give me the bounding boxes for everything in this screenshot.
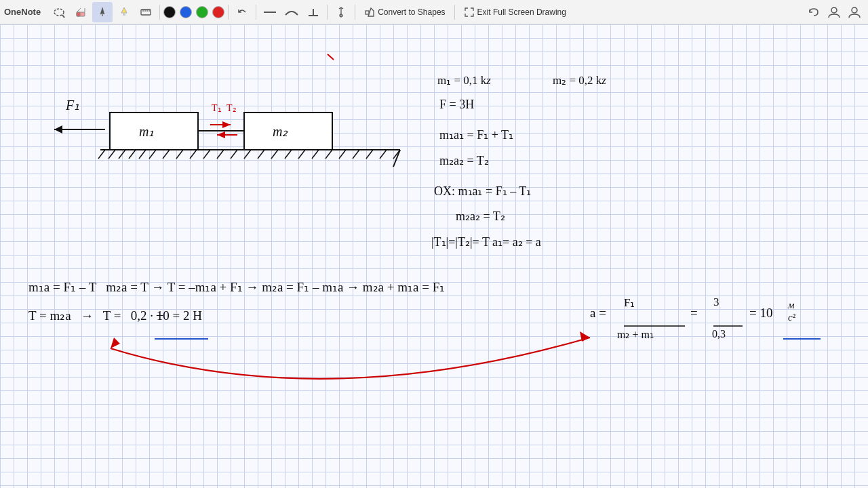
m2-box-label: m₂ [273,123,288,140]
eq-f-val: F = 3H [439,98,474,112]
svg-point-21 [831,7,837,13]
svg-line-48 [380,150,387,159]
svg-rect-51 [110,113,198,150]
user-icon-1[interactable] [825,3,844,22]
perpendicular-tool-button[interactable] [303,2,323,22]
svg-rect-52 [244,113,332,150]
svg-line-35 [203,150,210,159]
svg-line-4 [77,8,81,12]
svg-line-36 [217,150,224,159]
pen-button[interactable] [92,2,113,22]
eq-t1-t2: |T₁|=|T₂|= T a₁= a₂ = a [431,235,541,249]
svg-line-49 [393,150,400,159]
svg-line-50 [393,150,400,167]
highlighter-button[interactable] [114,2,134,22]
svg-line-43 [312,150,319,159]
svg-line-44 [326,150,332,159]
svg-marker-61 [111,338,120,348]
eq-frac-num: F₁ [624,296,635,310]
svg-rect-7 [102,14,103,16]
eq-m2-val: m₂ = 0,2 kz [553,73,606,87]
svg-point-22 [852,7,857,13]
eq-03-den: 0,3 [712,328,726,340]
separator-4 [327,5,328,20]
line-tool-button[interactable] [260,2,280,22]
svg-line-37 [231,150,237,159]
svg-line-32 [163,150,170,159]
svg-line-29 [129,150,136,159]
svg-marker-55 [222,121,231,128]
color-green[interactable] [196,6,208,18]
eq-ms2-den: с² [788,312,795,323]
svg-point-18 [340,14,342,17]
eq-m2a2: m₂a₂ = T₂ [439,153,489,168]
svg-rect-19 [366,11,369,14]
separator-2 [228,5,229,20]
convert-to-shapes-button[interactable]: Convert to Shapes [359,5,450,20]
drawing-canvas[interactable]: F₁ m₁ m₂ T₁ T₂ m₁ = 0,1 kz m₂ = 0,2 kz F… [0,24,868,488]
drawing-svg [0,24,868,488]
svg-line-40 [271,150,278,159]
svg-line-42 [298,150,305,159]
eq-m1a1: m₁a₁ = F₁ + T₁ [439,127,513,142]
svg-line-26 [98,150,105,159]
svg-line-33 [176,150,183,159]
separator-3 [256,5,256,20]
app-title: OneNote [4,7,41,17]
undo-button[interactable] [804,3,823,22]
svg-marker-24 [54,125,62,134]
lasso-select-button[interactable] [49,2,69,22]
m1-box-label: m₁ [139,123,154,140]
eq-m1-val: m₁ = 0,1 kz [437,73,491,87]
t1-label: T₁ [212,102,222,114]
separator-1 [159,5,160,20]
ruler-button[interactable] [136,2,156,22]
svg-marker-57 [217,131,225,138]
svg-rect-3 [77,12,80,16]
svg-line-34 [190,150,197,159]
svg-marker-6 [100,7,104,14]
t2-label: T₂ [226,102,237,114]
f1-label: F₁ [66,97,79,113]
eq-frac-den: m₂ + m₁ [617,328,654,341]
svg-line-27 [108,150,115,159]
eq-ms2-num: м [788,300,795,311]
eq-ox-label: OX: m₁a₁ = F₁ – T₁ [434,184,531,199]
eraser-button[interactable] [71,2,91,22]
svg-line-30 [139,150,146,159]
eq-3-num: 3 [713,296,719,309]
svg-line-46 [353,150,359,159]
color-black[interactable] [163,6,176,18]
toolbar: OneNote [0,0,868,24]
eq-equals-2: = 10 [749,306,772,321]
color-red[interactable] [212,6,224,18]
separator-5 [355,5,355,20]
curve-tool-button[interactable] [281,2,302,22]
svg-line-1 [62,15,64,18]
svg-line-28 [119,150,125,159]
svg-line-41 [285,150,292,159]
svg-marker-60 [580,331,590,342]
eq-a-label: a = [590,306,606,321]
svg-line-47 [366,150,373,159]
exit-fullscreen-button[interactable]: Exit Full Screen Drawing [458,5,572,20]
eq-big-line: m₁a = F₁ – T m₂a = T → T = –m₁a + F₁ → m… [28,279,445,295]
eq-equals-1: = [690,306,698,321]
color-blue[interactable] [180,6,192,18]
svg-marker-8 [121,7,127,13]
svg-line-31 [149,150,156,159]
user-icon-2[interactable] [845,3,864,22]
svg-line-38 [244,150,251,159]
svg-line-45 [339,150,346,159]
svg-rect-9 [123,13,125,16]
exit-fullscreen-label: Exit Full Screen Drawing [477,7,566,17]
touch-drawing-button[interactable] [331,2,351,22]
separator-6 [454,5,455,20]
eq-t-result: T = m₂a → T = 0,2 · 10 = 2 H [28,308,202,323]
convert-to-shapes-label: Convert to Shapes [378,7,445,17]
svg-line-39 [258,150,264,159]
svg-point-0 [54,9,64,16]
eq-m2a2-2: m₂a₂ = T₂ [456,209,505,224]
undo-stroke-button[interactable] [232,2,252,22]
